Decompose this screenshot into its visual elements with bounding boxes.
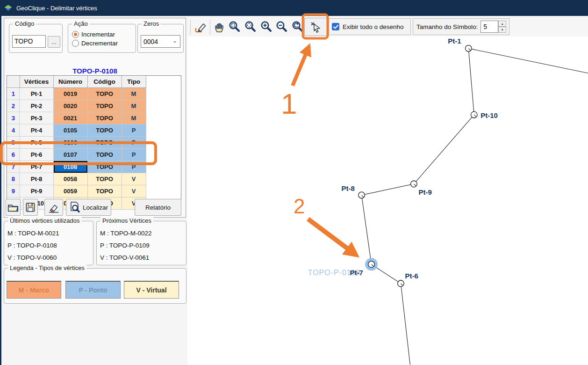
table-row-selected[interactable]: 7Pt-7 0108 TOPOP	[7, 161, 146, 173]
table-header-row: Vértices Número Código Tipo	[7, 76, 146, 88]
chevron-down-icon: ⌄	[172, 37, 177, 44]
pick-vertex-button[interactable]	[304, 18, 327, 36]
table-row[interactable]: 6Pt-6 0107TOPOP	[7, 149, 146, 161]
col-header-codigo: Código	[87, 76, 122, 88]
zoom-in-icon	[260, 20, 273, 33]
find-document-icon	[69, 201, 80, 213]
radio-decrementar-control[interactable]	[72, 40, 79, 47]
current-vertex-label: TOPO-P-0108	[4, 67, 186, 75]
vertex-polyline	[362, 48, 588, 365]
radio-decrementar[interactable]: Decrementar	[72, 39, 118, 48]
col-header-tipo: Tipo	[122, 76, 146, 88]
zoom-extents-button[interactable]	[244, 20, 257, 33]
exibir-checkbox[interactable]	[332, 23, 339, 30]
codigo-browse-button[interactable]: ...	[48, 36, 60, 48]
codigo-group-label: Código	[13, 20, 36, 27]
window-title: GeoClique - Delimitar vértices	[16, 5, 97, 12]
zoom-window-icon	[228, 20, 241, 33]
legend-ponto: P - Ponto	[65, 281, 121, 299]
proximos-p: P : TOPO-P-0109	[100, 242, 150, 249]
open-folder-icon	[7, 202, 19, 213]
radio-incrementar-label: Incrementar	[81, 31, 115, 38]
save-icon	[25, 202, 36, 213]
legenda-title: Legenda - Tipos de vértices	[8, 264, 86, 271]
relatorio-label: Relatório	[145, 204, 171, 211]
proximos-m: M : TOPO-M-0022	[100, 230, 152, 237]
table-row[interactable]: 4Pt-4 0105TOPOP	[7, 124, 146, 137]
radio-incrementar-control[interactable]	[72, 31, 79, 38]
exibir-panel: Exibir todo o desenho	[329, 18, 411, 35]
window-left-border	[0, 16, 1, 365]
proximos-v: V : TOPO-V-0061	[100, 254, 149, 261]
codigo-input[interactable]: TOPO	[12, 35, 46, 48]
corner-header	[7, 76, 20, 88]
vertex-control-panel: Código TOPO ... Ação Incrementar Decreme…	[4, 18, 186, 218]
zoom-window-button[interactable]	[228, 20, 241, 33]
pencil-icon	[194, 20, 207, 33]
tamanho-label: Tamanho do Símbolo:	[416, 23, 478, 30]
acao-group-label: Ação	[72, 20, 90, 27]
pan-hand-icon	[213, 21, 225, 33]
vertex-marker[interactable]	[368, 261, 375, 268]
pick-arrow-icon	[309, 21, 323, 34]
legenda-groupbox: Legenda - Tipos de vértices M - Marco P …	[4, 268, 186, 304]
zoom-out-icon	[275, 20, 288, 33]
relatorio-button[interactable]: Relatório	[135, 199, 181, 216]
title-bar: GeoClique - Delimitar vértices	[0, 0, 588, 16]
spin-down-icon[interactable]: ▼	[498, 27, 506, 33]
table-row[interactable]: 5Pt-5 0106TOPOP	[7, 137, 146, 149]
table-row[interactable]: 1Pt-1 0019TOPOM	[7, 88, 146, 100]
draw-pencil-button[interactable]	[194, 20, 207, 33]
vertex-label: Pt-6	[405, 272, 418, 280]
table-row[interactable]: 9Pt-9 0059TOPOV	[7, 185, 146, 197]
vertex-label: Pt-10	[480, 111, 498, 119]
acao-groupbox: Ação Incrementar Decrementar	[68, 24, 136, 53]
eraser-icon	[48, 201, 60, 213]
toolbar-separator	[190, 20, 191, 35]
zoom-out-button[interactable]	[275, 20, 288, 33]
vertex-label: Pt-9	[418, 188, 431, 196]
ultimos-title: Últimos vértices utilizados	[8, 217, 82, 224]
table-row[interactable]: 3Pt-3 0021TOPOM	[7, 112, 146, 124]
zeros-combobox[interactable]: 0004 ⌄	[141, 35, 180, 48]
vertex-label: Pt-7	[350, 269, 363, 277]
vertex-label: Pt-1	[448, 37, 461, 45]
legend-virtual: V - Virtual	[124, 281, 179, 299]
radio-decrementar-label: Decrementar	[81, 40, 118, 47]
vertices-table[interactable]: Vértices Número Código Tipo 1Pt-1 0019TO…	[7, 75, 181, 205]
erase-measure-button[interactable]	[44, 199, 63, 216]
drawing-toolbar: Exibir todo o desenho Tamanho do Símbolo…	[187, 17, 588, 36]
vertex-label: Pt-8	[342, 184, 355, 192]
proximos-vertices-groupbox: Próximos Vértices M : TOPO-M-0022 P : TO…	[96, 221, 186, 265]
pan-button[interactable]	[213, 20, 226, 33]
zeros-group-label: Zeros	[142, 20, 161, 27]
ultimos-m: M : TOPO-M-0021	[7, 230, 59, 237]
tamanho-spinner[interactable]: ▲ ▼	[498, 21, 506, 33]
app-logo-icon	[4, 4, 12, 12]
table-row[interactable]: 8Pt-8 0058TOPOV	[7, 173, 146, 185]
check-icon	[333, 25, 338, 29]
save-button[interactable]	[23, 199, 38, 216]
table-row[interactable]: 2Pt-2 0020TOPOM	[7, 100, 146, 112]
zoom-in-button[interactable]	[260, 20, 273, 33]
localizar-label: Localizar	[83, 204, 108, 211]
localizar-button[interactable]: Localizar	[66, 199, 111, 216]
ultimos-vertices-groupbox: Últimos vértices utilizados M : TOPO-M-0…	[4, 221, 93, 265]
legend-marco: M - Marco	[7, 281, 61, 299]
geoclique-window: { "window": { "title": "GeoClique - Deli…	[0, 0, 588, 365]
spin-up-icon[interactable]: ▲	[498, 21, 506, 27]
ultimos-v: V : TOPO-V-0060	[7, 254, 57, 261]
col-header-vertices: Vértices	[20, 76, 53, 88]
selected-cell[interactable]: 0108	[53, 161, 87, 173]
zoom-previous-button[interactable]	[291, 20, 304, 33]
tamanho-panel: Tamanho do Símbolo: 5 ▲ ▼	[413, 18, 509, 35]
zeros-value: 0004	[143, 38, 158, 45]
polyline-drawing: TOPO-P-0108Pt-1Pt-10Pt-9Pt-8Pt-7Pt-6	[187, 36, 588, 365]
vertex-marker[interactable]	[466, 45, 472, 52]
exibir-label[interactable]: Exibir todo o desenho	[343, 23, 404, 30]
tamanho-input[interactable]: 5	[480, 21, 498, 33]
drawing-canvas[interactable]: TOPO-P-0108Pt-1Pt-10Pt-9Pt-8Pt-7Pt-6	[187, 36, 588, 365]
codigo-groupbox: Código TOPO ...	[9, 24, 63, 53]
radio-incrementar[interactable]: Incrementar	[72, 30, 118, 39]
open-file-button[interactable]	[6, 199, 21, 216]
